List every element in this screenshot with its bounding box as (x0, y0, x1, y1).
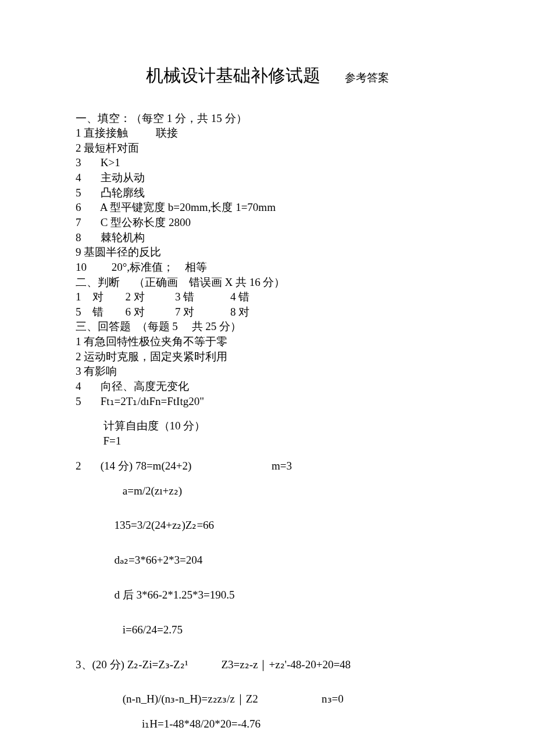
text-line: F=1 (76, 433, 459, 449)
text-line: dₐ₂=3*66+2*3=204 (76, 553, 459, 568)
text-line (76, 568, 459, 578)
page-title: 机械设计基础补修试题 (146, 64, 320, 88)
text-line: 2 (14 分) 78=m(24+2) m=3 (76, 458, 459, 474)
text-line (76, 578, 459, 587)
text-line (76, 409, 459, 418)
page-subtitle: 参考答案 (345, 70, 389, 85)
text-line: 3 有影响 (76, 364, 459, 379)
text-line: 1 对 2 对 3 错 4 错 (76, 289, 459, 304)
text-line (76, 533, 459, 543)
document-body: 一、填空：（每空 1 分，共 15 分）1 直接接触 联接2 最短杆对面3 K>… (76, 111, 459, 732)
text-line: 9 基圆半径的反比 (76, 245, 459, 260)
text-line: 8 棘轮机构 (76, 230, 459, 245)
text-line: 135=3/2(24+z₂)Z₂=66 (76, 518, 459, 533)
text-line: 5 Ft₁=2T₁/dıFn=FtItg20" (76, 394, 459, 409)
text-line: 3、(20 分) Z₂-Zi=Z₃-Z₂¹ Z3=z₂-z｜+z₂'-48-20… (76, 657, 459, 672)
text-line: 二、判断 （正确画 错误画 X 共 16 分） (76, 275, 459, 290)
text-line: i=66/24=2.75 (76, 622, 459, 637)
text-line: 5 凸轮廓线 (76, 185, 459, 200)
text-line: 4 主动从动 (76, 170, 459, 185)
text-line: 三、回答题 （每题 5 共 25 分） (76, 319, 459, 334)
text-line (76, 707, 459, 716)
text-line: a=m/2(zı+z₂) (76, 483, 459, 499)
text-line: (n-n_H)/(n₃-n_H)=z₂z₃/z｜Z2 n₃=0 (76, 691, 459, 707)
text-line (76, 603, 459, 612)
text-line (76, 508, 459, 518)
text-line: 7 C 型公称长度 2800 (76, 215, 459, 230)
text-line (76, 612, 459, 622)
text-line: 1 直接接触 联接 (76, 126, 459, 141)
text-line (76, 637, 459, 647)
text-line: 一、填空：（每空 1 分，共 15 分） (76, 111, 459, 126)
text-line (76, 682, 459, 691)
text-line: 10 20°,标准值； 相等 (76, 260, 459, 275)
text-line: i₁H=1-48*48/20*20=-4.76 (76, 716, 459, 732)
text-line (76, 449, 459, 458)
text-line (76, 498, 459, 508)
text-line: 2 运动时克服，固定夹紧时利用 (76, 349, 459, 364)
text-line (76, 647, 459, 657)
text-line: 5 错 6 对 7 对 8 对 (76, 304, 459, 320)
text-line: 2 最短杆对面 (76, 141, 459, 156)
text-line (76, 543, 459, 553)
text-line (76, 473, 459, 483)
text-line (76, 672, 459, 682)
title-row: 机械设计基础补修试题 参考答案 (76, 64, 459, 88)
text-line: 3 K>1 (76, 155, 459, 170)
text-line: d 后 3*66-2*1.25*3=190.5 (76, 587, 459, 603)
text-line: 4 向径、高度无变化 (76, 379, 459, 394)
text-line: 计算自由度（10 分） (76, 418, 459, 433)
text-line: 6 A 型平键宽度 b=20mm,长度 1=70mm (76, 200, 459, 215)
text-line: 1 有急回特性极位夹角不等于零 (76, 334, 459, 349)
